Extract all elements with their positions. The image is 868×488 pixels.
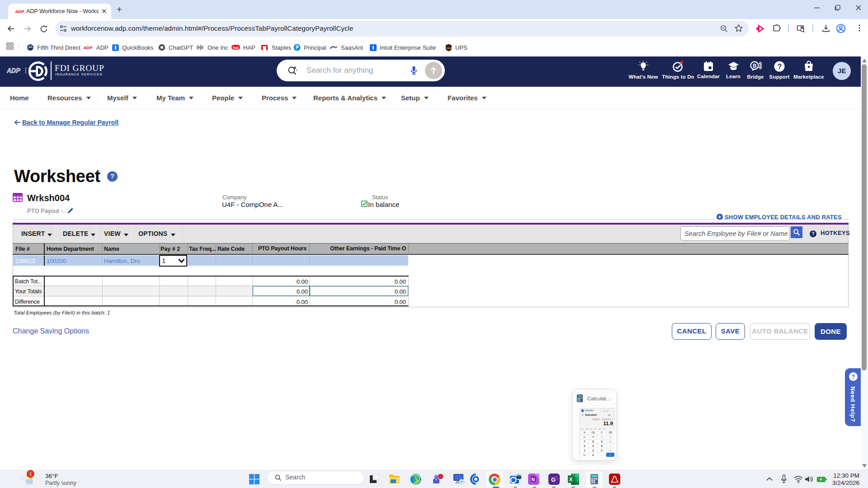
svg-text:G: G <box>551 476 556 483</box>
svg-text:X: X <box>569 477 573 482</box>
svg-text:ADP: ADP <box>7 67 20 74</box>
svg-text:ADP: ADP <box>15 9 24 14</box>
svg-text:B: B <box>753 63 757 69</box>
svg-text:hap: hap <box>233 46 238 50</box>
svg-text:N: N <box>532 477 535 482</box>
svg-text:ups: ups <box>447 47 452 49</box>
svg-text:ADP: ADP <box>83 45 93 50</box>
svg-text:T: T <box>435 478 438 481</box>
svg-text:?: ? <box>812 231 815 236</box>
svg-text:?: ? <box>778 63 782 70</box>
